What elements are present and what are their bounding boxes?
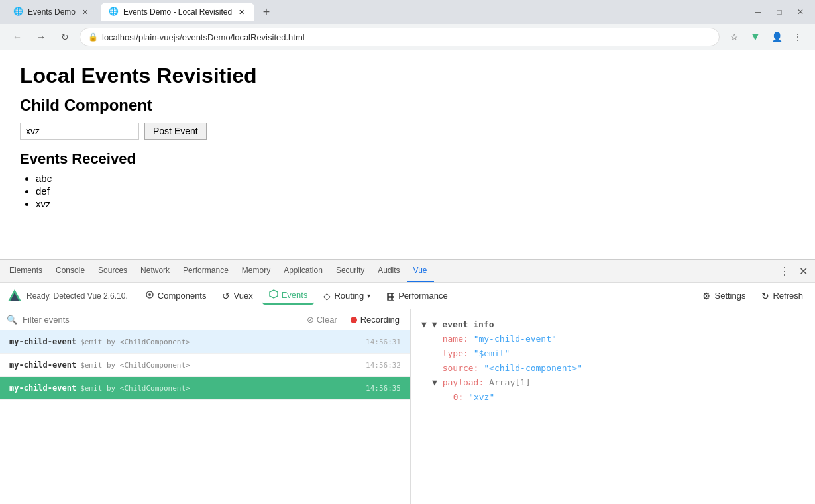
recording-button[interactable]: Recording (347, 313, 404, 326)
events-section: Events Received abc def xvz (20, 150, 795, 209)
recording-label: Recording (360, 315, 400, 325)
event-meta-2: $emit by <ChildComponent> (80, 361, 190, 370)
tab2-title: Events Demo - Local Revisited (123, 7, 232, 17)
tab-vue[interactable]: Vue (407, 260, 434, 283)
payload-value: "xvz" (468, 392, 494, 402)
routing-button[interactable]: ◇ Routing ▾ (317, 288, 377, 304)
event-source-key: source: (432, 363, 484, 373)
event-source-field: source: "<child-component>" (432, 361, 804, 376)
event-info-fields: name: "my-child-event" type: "$emit" sou… (421, 332, 804, 405)
refresh-button[interactable]: ↻ Refresh (755, 288, 810, 304)
vuex-button[interactable]: ↺ Vuex (215, 288, 259, 304)
url-text: localhost/plain-vuejs/eventsDemo/localRe… (102, 32, 305, 42)
tab1-close[interactable]: ✕ (80, 7, 90, 17)
devtools-tab-bar: Elements Console Sources Network Perform… (0, 260, 815, 283)
child-component-title: Child Component (20, 96, 795, 115)
vue-logo (5, 287, 24, 305)
payload-expand[interactable]: ▼ (432, 378, 443, 387)
profile-button[interactable]: 👤 (767, 28, 786, 46)
settings-label: Settings (714, 291, 745, 301)
payload-index: 0: (443, 392, 468, 402)
vuejs-devtools-icon[interactable]: ▼ (746, 28, 765, 46)
event-info-title: ▼ event info (432, 319, 494, 329)
routing-chevron: ▾ (367, 292, 370, 299)
list-item: xvz (36, 198, 795, 209)
event-type-value: "$emit" (474, 348, 510, 358)
components-button[interactable]: Components (138, 287, 213, 304)
event-type-field: type: "$emit" (432, 346, 804, 361)
performance-label: Performance (398, 291, 447, 301)
vuex-icon: ↺ (222, 291, 230, 301)
close-button[interactable]: ✕ (791, 3, 810, 21)
minimize-button[interactable]: ─ (749, 3, 767, 21)
menu-button[interactable]: ⋮ (788, 28, 807, 46)
event-info-expand[interactable]: ▼ (421, 319, 432, 329)
refresh-label: Refresh (773, 291, 803, 301)
vuex-label: Vuex (233, 291, 252, 301)
settings-button[interactable]: ⚙ Settings (696, 288, 752, 304)
event-item-1[interactable]: my-child-event $emit by <ChildComponent>… (0, 330, 410, 354)
recording-dot (351, 317, 357, 323)
event-item-2[interactable]: my-child-event $emit by <ChildComponent>… (0, 354, 410, 377)
tab-memory[interactable]: Memory (235, 260, 277, 283)
payload-key: payload: (443, 378, 489, 387)
forward-button[interactable]: → (32, 28, 50, 46)
tab-network[interactable]: Network (134, 260, 176, 283)
tab-elements[interactable]: Elements (3, 260, 49, 283)
devtools-more-button[interactable]: ⋮ (775, 262, 794, 280)
bookmark-button[interactable]: ☆ (725, 28, 743, 46)
info-panel: ▼ ▼ event info name: "my-child-event" ty… (411, 309, 815, 504)
devtools-close-button[interactable]: ✕ (794, 262, 812, 280)
tab-audits[interactable]: Audits (371, 260, 406, 283)
vue-toolbar: Ready. Detected Vue 2.6.10. Components ↺… (0, 283, 815, 309)
tab-console[interactable]: Console (49, 260, 91, 283)
clear-icon: ⊘ (307, 315, 314, 325)
event-info-section: ▼ ▼ event info (421, 317, 804, 332)
tab-events-demo-local[interactable]: 🌐 Events Demo - Local Revisited ✕ (101, 3, 254, 21)
list-item: abc (36, 173, 795, 184)
tab-application[interactable]: Application (277, 260, 329, 283)
settings-icon: ⚙ (702, 291, 711, 301)
payload-items: 0: "xvz" (432, 390, 804, 405)
url-bar[interactable]: 🔒 localhost/plain-vuejs/eventsDemo/local… (80, 28, 720, 46)
page-title: Local Events Revisitied (20, 64, 795, 88)
event-item-3[interactable]: my-child-event $emit by <ChildComponent>… (0, 377, 410, 400)
tab-sources[interactable]: Sources (91, 260, 134, 283)
tab2-close[interactable]: ✕ (236, 7, 246, 17)
event-info-tree: ▼ ▼ event info name: "my-child-event" ty… (421, 317, 804, 405)
event-type-key: type: (432, 348, 474, 358)
event-time-1: 14:56:31 (366, 338, 401, 346)
routing-label: Routing (334, 291, 364, 301)
events-filter-bar: 🔍 ⊘ Clear Recording (0, 309, 410, 330)
clear-label: Clear (317, 315, 337, 325)
event-name-1: my-child-event (9, 337, 76, 346)
tab-security[interactable]: Security (329, 260, 371, 283)
event-input[interactable] (20, 123, 139, 140)
performance-icon: ▦ (386, 291, 395, 301)
components-icon (145, 290, 154, 301)
event-payload-section: ▼ payload: Array[1] (432, 376, 804, 390)
filter-events-input[interactable] (23, 315, 298, 325)
post-event-button[interactable]: Post Event (144, 123, 207, 140)
payload-label: Array[1] (489, 378, 531, 387)
reload-button[interactable]: ↻ (56, 28, 74, 46)
event-meta-1: $emit by <ChildComponent> (80, 338, 190, 346)
event-time-2: 14:56:32 (366, 361, 401, 370)
events-button[interactable]: Events (262, 287, 315, 305)
clear-button[interactable]: ⊘ Clear (303, 313, 341, 326)
event-source-value: "<child-component>" (484, 363, 582, 373)
back-button[interactable]: ← (8, 28, 27, 46)
title-bar-left: 🌐 Events Demo ✕ 🌐 Events Demo - Local Re… (5, 3, 276, 21)
event-name-field: name: "my-child-event" (432, 332, 804, 346)
performance-button[interactable]: ▦ Performance (380, 288, 454, 304)
new-tab-button[interactable]: + (257, 3, 276, 21)
events-received-list: abc def xvz (20, 173, 795, 209)
tab-events-demo[interactable]: 🌐 Events Demo ✕ (5, 3, 98, 21)
svg-marker-4 (270, 290, 278, 298)
components-label: Components (158, 291, 207, 301)
maximize-button[interactable]: □ (770, 3, 788, 21)
tab-performance[interactable]: Performance (176, 260, 235, 283)
address-bar: ← → ↻ 🔒 localhost/plain-vuejs/eventsDemo… (0, 24, 815, 50)
page-content: Local Events Revisitied Child Component … (0, 50, 815, 262)
events-received-title: Events Received (20, 150, 795, 168)
